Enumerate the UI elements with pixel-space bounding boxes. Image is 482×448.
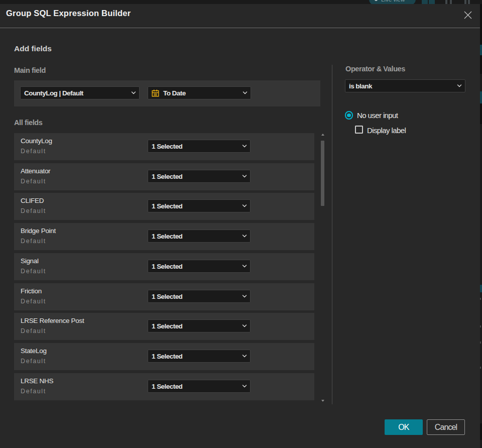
field-row: StateLog Default 1 Selected: [14, 343, 314, 370]
field-row: Bridge Point Default 1 Selected: [14, 223, 314, 250]
toolbar-icon-fragment: [429, 0, 435, 4]
group-sql-expression-builder-dialog: Group SQL Expression Builder Add fields …: [0, 4, 480, 448]
background-fragment: [480, 55, 482, 74]
chevron-down-icon: [242, 204, 247, 208]
field-value-select[interactable]: 1 Selected: [148, 230, 251, 243]
field-value-select-value: 1 Selected: [152, 173, 182, 180]
main-field-select-value: CountyLog | Default: [24, 89, 83, 97]
scrollbar-down-arrow[interactable]: [321, 400, 324, 402]
live-view-dot-icon: [375, 0, 378, 1]
field-row: CountyLog Default 1 Selected: [14, 133, 314, 160]
cancel-button[interactable]: Cancel: [427, 419, 465, 435]
add-fields-heading: Add fields: [14, 44, 52, 53]
chevron-down-icon: [243, 91, 248, 95]
field-sublabel: Default: [21, 358, 46, 365]
field-sublabel: Default: [21, 298, 46, 305]
no-user-input-radio[interactable]: [345, 111, 353, 120]
chevron-down-icon: [242, 384, 247, 388]
operator-select-value: is blank: [349, 82, 372, 90]
no-user-input-label: No user input: [357, 111, 398, 120]
field-value-select[interactable]: 1 Selected: [148, 260, 251, 273]
chevron-down-icon: [242, 174, 247, 178]
field-name: CLIFED: [21, 197, 44, 204]
dialog-title: Group SQL Expression Builder: [6, 9, 131, 18]
background-fragment: [480, 423, 482, 440]
dialog-header: Group SQL Expression Builder: [0, 4, 480, 28]
background-fragment: [480, 325, 481, 327]
field-value-select[interactable]: 1 Selected: [148, 380, 251, 393]
calendar-icon: [152, 89, 159, 97]
chevron-down-icon: [242, 324, 247, 328]
field-value-select-value: 1 Selected: [152, 143, 182, 150]
field-value-select[interactable]: 1 Selected: [148, 199, 251, 212]
field-name: Attenuator: [21, 167, 50, 175]
field-value-select[interactable]: 1 Selected: [148, 140, 251, 153]
field-value-select-value: 1 Selected: [152, 202, 182, 210]
chevron-down-icon: [242, 234, 247, 238]
main-date-select[interactable]: To Date: [148, 86, 251, 99]
field-value-select[interactable]: 1 Selected: [148, 350, 251, 363]
background-fragment: [480, 285, 482, 292]
background-page-edge: [480, 4, 482, 448]
field-row: CLIFED Default 1 Selected: [14, 193, 314, 220]
background-toolbar: Live view: [0, 0, 482, 4]
field-name: StateLog: [21, 347, 47, 355]
field-name: LRSE Reference Post: [21, 317, 84, 324]
field-sublabel: Default: [21, 388, 46, 395]
operator-values-heading: Operator & Values: [345, 65, 405, 73]
field-value-select[interactable]: 1 Selected: [148, 170, 251, 183]
field-value-select-value: 1 Selected: [152, 233, 182, 240]
chevron-down-icon: [242, 294, 247, 298]
field-value-select-value: 1 Selected: [152, 263, 182, 270]
field-sublabel: Default: [21, 327, 46, 334]
main-field-select[interactable]: CountyLog | Default: [20, 86, 140, 99]
field-value-select[interactable]: 1 Selected: [148, 290, 251, 303]
field-row: LRSE Reference Post Default 1 Selected: [14, 313, 314, 340]
chevron-down-icon: [242, 354, 247, 358]
live-view-button[interactable]: Live view: [369, 0, 416, 4]
scrollbar-thumb[interactable]: [321, 141, 324, 206]
chevron-down-icon: [131, 91, 136, 95]
background-fragment: [480, 91, 482, 103]
toolbar-icon-fragment: [468, 0, 470, 4]
field-sublabel: Default: [21, 268, 46, 275]
close-icon[interactable]: [463, 10, 473, 20]
panel-divider: [332, 65, 332, 404]
field-sublabel: Default: [21, 207, 46, 214]
field-name: Signal: [21, 257, 39, 265]
display-label-checkbox[interactable]: [355, 126, 363, 134]
background-fragment: [480, 4, 482, 45]
field-name: Friction: [21, 287, 42, 295]
field-value-select-value: 1 Selected: [152, 322, 182, 330]
scrollbar-up-arrow[interactable]: [321, 134, 324, 136]
field-value-select-value: 1 Selected: [152, 383, 182, 390]
field-row: Friction Default 1 Selected: [14, 283, 314, 310]
field-sublabel: Default: [21, 148, 46, 155]
field-sublabel: Default: [21, 238, 46, 245]
background-fragment: [480, 342, 481, 344]
field-value-select[interactable]: 1 Selected: [148, 319, 251, 332]
background-fragment: [480, 103, 482, 124]
chevron-down-icon: [242, 144, 247, 148]
operator-select[interactable]: is blank: [345, 79, 465, 92]
toolbar-icon-fragment: [450, 0, 452, 4]
chevron-down-icon: [457, 84, 462, 88]
main-field-label: Main field: [14, 66, 46, 74]
background-fragment: [480, 367, 481, 369]
field-name: LRSE NHS: [21, 377, 53, 385]
live-view-label: Live view: [381, 0, 405, 3]
field-sublabel: Default: [21, 178, 46, 185]
chevron-down-icon: [242, 264, 247, 268]
toolbar-icon-fragment: [464, 0, 466, 4]
field-row: Attenuator Default 1 Selected: [14, 163, 314, 190]
toolbar-icon-fragment: [445, 0, 447, 4]
field-name: CountyLog: [21, 137, 52, 145]
toolbar-icon-fragment: [422, 0, 428, 4]
ok-button[interactable]: OK: [385, 419, 423, 435]
field-value-select-value: 1 Selected: [152, 353, 182, 360]
field-row: Signal Default 1 Selected: [14, 253, 314, 280]
display-label-label: Display label: [367, 126, 406, 135]
background-fragment: [480, 298, 481, 300]
background-fragment: [480, 45, 482, 55]
main-date-select-value: To Date: [163, 89, 186, 97]
